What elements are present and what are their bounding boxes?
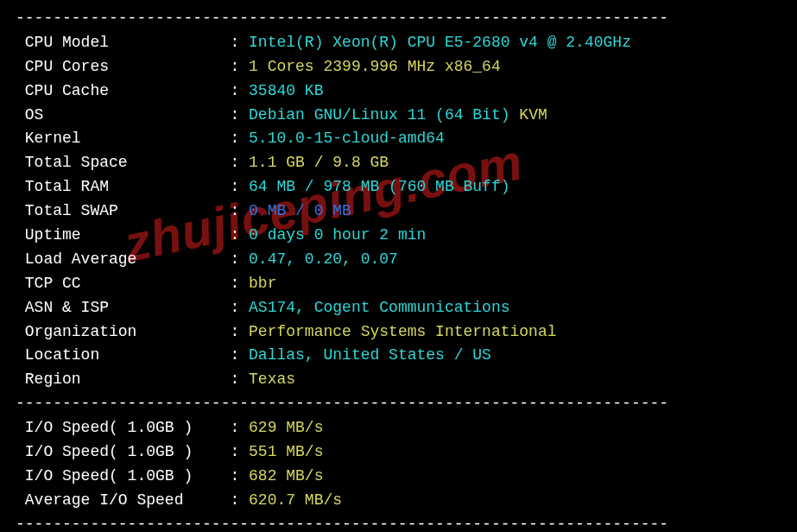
- info-row: Load Average : 0.47, 0.20, 0.07: [16, 248, 781, 272]
- info-row: OS : Debian GNU/Linux 11 (64 Bit) KVM: [16, 104, 781, 128]
- row-label: I/O Speed( 1.0GB ): [16, 419, 230, 436]
- row-value: 0 days 0 hour 2 min: [249, 226, 426, 244]
- row-label: CPU Cores: [16, 58, 230, 75]
- row-label: Load Average: [16, 250, 230, 268]
- colon: :: [230, 346, 249, 364]
- row-label: Kernel: [16, 130, 230, 147]
- colon: :: [230, 106, 249, 124]
- info-row: CPU Model : Intel(R) Xeon(R) CPU E5-2680…: [16, 31, 781, 55]
- info-row: TCP CC : bbr: [16, 272, 781, 296]
- info-row: CPU Cache : 35840 KB: [16, 79, 781, 104]
- colon: :: [230, 226, 249, 244]
- row-value: 1 Cores 2399.996 MHz x86_64: [249, 58, 501, 75]
- row-label: CPU Cache: [16, 82, 230, 99]
- row-value: AS174, Cogent Communications: [249, 299, 509, 316]
- info-row: I/O Speed( 1.0GB ) : 629 MB/s: [16, 416, 781, 440]
- colon: :: [230, 34, 249, 51]
- info-row: Organization : Performance Systems Inter…: [16, 320, 781, 345]
- colon: :: [230, 82, 249, 99]
- colon: :: [230, 275, 249, 292]
- colon: :: [230, 130, 249, 147]
- info-row: Region : Texas: [16, 368, 781, 392]
- row-label: Average I/O Speed: [16, 491, 230, 509]
- info-row: Kernel : 5.10.0-15-cloud-amd64: [16, 127, 781, 151]
- row-value: Dallas, United States / US: [249, 346, 491, 364]
- row-label: Region: [16, 370, 230, 388]
- colon: :: [230, 58, 249, 75]
- terminal-output: ----------------------------------------…: [16, 7, 781, 532]
- row-value: bbr: [249, 275, 276, 292]
- row-label: I/O Speed( 1.0GB ): [16, 443, 230, 460]
- colon: :: [230, 323, 249, 340]
- sysinfo-block: CPU Model : Intel(R) Xeon(R) CPU E5-2680…: [16, 31, 781, 392]
- colon: :: [230, 299, 249, 316]
- row-label: Total SWAP: [16, 202, 230, 219]
- info-row: Total SWAP : 0 MB / 0 MB: [16, 200, 781, 224]
- row-value: 0.47, 0.20, 0.07: [249, 250, 398, 268]
- info-row: Total Space : 1.1 GB / 9.8 GB: [16, 151, 781, 175]
- row-value: 5.10.0-15-cloud-amd64: [249, 130, 445, 147]
- row-value: 620.7 MB/s: [249, 491, 342, 509]
- row-value: Texas: [249, 370, 295, 388]
- row-label: TCP CC: [16, 275, 230, 292]
- colon: :: [230, 467, 249, 484]
- info-row: Uptime : 0 days 0 hour 2 min: [16, 224, 781, 248]
- row-value: KVM: [519, 106, 547, 124]
- colon: :: [230, 250, 249, 268]
- info-row: I/O Speed( 1.0GB ) : 682 MB/s: [16, 465, 781, 489]
- row-label: Total RAM: [16, 178, 230, 195]
- row-value: 682 MB/s: [249, 467, 323, 484]
- row-label: OS: [16, 106, 230, 124]
- row-value: Debian GNU/Linux 11 (64 Bit): [249, 106, 519, 124]
- row-value: 64 MB / 978 MB (760 MB Buff): [249, 178, 509, 195]
- info-row: Total RAM : 64 MB / 978 MB (760 MB Buff): [16, 175, 781, 200]
- row-value: 35840 KB: [249, 82, 323, 99]
- row-value: 629 MB/s: [249, 419, 323, 436]
- row-value: Intel(R) Xeon(R) CPU E5-2680 v4 @ 2.40GH…: [249, 34, 631, 51]
- row-value: 0 MB / 0 MB: [249, 202, 351, 219]
- info-row: ASN & ISP : AS174, Cogent Communications: [16, 296, 781, 320]
- row-label: CPU Model: [16, 34, 230, 51]
- row-label: ASN & ISP: [16, 299, 230, 316]
- info-row: Average I/O Speed : 620.7 MB/s: [16, 489, 781, 513]
- colon: :: [230, 443, 249, 460]
- row-label: Uptime: [16, 226, 230, 244]
- colon: :: [230, 419, 249, 436]
- colon: :: [230, 202, 249, 219]
- colon: :: [230, 178, 249, 195]
- info-row: I/O Speed( 1.0GB ) : 551 MB/s: [16, 440, 781, 465]
- info-row: Location : Dallas, United States / US: [16, 344, 781, 368]
- row-label: I/O Speed( 1.0GB ): [16, 467, 230, 484]
- row-label: Total Space: [16, 154, 230, 171]
- row-label: Organization: [16, 323, 230, 340]
- divider-top: ----------------------------------------…: [16, 7, 781, 31]
- row-value: Performance Systems International: [249, 323, 556, 340]
- row-value: 551 MB/s: [249, 443, 323, 460]
- row-value: 1.1 GB / 9.8 GB: [249, 154, 389, 171]
- iospeed-block: I/O Speed( 1.0GB ) : 629 MB/s I/O Speed(…: [16, 416, 781, 513]
- colon: :: [230, 370, 249, 388]
- colon: :: [230, 154, 249, 171]
- divider-mid: ----------------------------------------…: [16, 392, 781, 416]
- row-label: Location: [16, 346, 230, 364]
- divider-bottom: ----------------------------------------…: [16, 513, 781, 532]
- colon: :: [230, 491, 249, 509]
- info-row: CPU Cores : 1 Cores 2399.996 MHz x86_64: [16, 55, 781, 79]
